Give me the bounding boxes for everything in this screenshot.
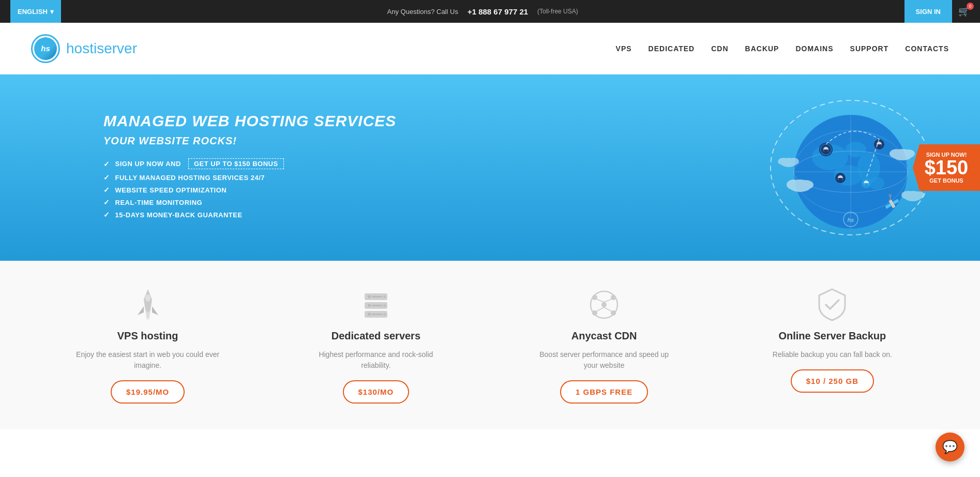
cdn-title: Anycast CDN — [571, 330, 637, 342]
svg-marker-45 — [152, 306, 158, 315]
svg-marker-44 — [138, 306, 144, 315]
svg-point-61 — [601, 302, 607, 307]
svg-line-69 — [604, 307, 612, 311]
signup-ribbon[interactable]: SIGN UP NOW! $150 GET BONUS — [913, 144, 980, 191]
services-section: VPS hosting Enjoy the easiest start in w… — [0, 261, 980, 429]
lang-label: ENGLISH — [18, 8, 48, 16]
svg-point-47 — [145, 294, 150, 302]
cdn-desc: Boost server performance and speed up yo… — [532, 349, 676, 371]
toll-free-text: (Toll-free USA) — [537, 8, 578, 15]
svg-point-26 — [799, 180, 813, 189]
nav-backup[interactable]: BACKUP — [745, 44, 779, 53]
question-text: Any Questions? Call Us — [387, 8, 458, 16]
cdn-price-button[interactable]: 1 GBPS FREE — [560, 380, 648, 404]
nav-dedicated[interactable]: DEDICATED — [649, 44, 695, 53]
svg-marker-43 — [144, 289, 152, 315]
hero-list-text-3: WEBSITE SPEED OPTIMIZATION — [115, 186, 227, 194]
vps-title: VPS hosting — [117, 330, 178, 342]
hero-list-text-2: FULLY MANAGED HOSTING SERVICES 24/7 — [115, 174, 265, 182]
hero-subtitle: YOUR WEBSITE ROCKS! — [103, 135, 752, 147]
hero-banner: MANAGED WEB HOSTING SERVICES YOUR WEBSIT… — [0, 74, 980, 261]
svg-rect-49 — [368, 295, 371, 298]
logo-colored: server — [97, 40, 137, 56]
logo-plain: hosti — [66, 40, 97, 56]
hero-list-item-1: SIGN UP NOW AND GET UP TO $150 BONUS — [103, 158, 752, 169]
dedicated-title: Dedicated servers — [331, 330, 420, 342]
svg-line-66 — [596, 299, 604, 302]
hero-list-item-3: WEBSITE SPEED OPTIMIZATION — [103, 186, 752, 194]
svg-point-34 — [778, 158, 789, 165]
rocket-icon — [130, 287, 166, 323]
svg-rect-59 — [383, 313, 386, 316]
hero-list-text-1: SIGN UP NOW AND — [115, 160, 181, 168]
top-bar-left: ENGLISH ▾ — [10, 0, 61, 23]
main-nav: VPS DEDICATED CDN BACKUP DOMAINS SUPPORT… — [616, 44, 949, 53]
cart-button[interactable]: 🛒 0 — [958, 6, 970, 17]
hero-list-item-2: FULLY MANAGED HOSTING SERVICES 24/7 — [103, 173, 752, 182]
nav-cdn[interactable]: CDN — [711, 44, 728, 53]
top-bar-right: SIGN IN 🛒 0 — [904, 0, 970, 23]
svg-point-25 — [787, 180, 801, 190]
backup-title: Online Server Backup — [778, 330, 886, 342]
sign-in-button[interactable]: SIGN IN — [904, 0, 952, 23]
cart-badge: 0 — [967, 3, 974, 10]
logo-icon-ring: hs — [31, 34, 60, 63]
svg-point-28 — [889, 149, 903, 158]
svg-rect-53 — [368, 304, 371, 307]
svg-line-67 — [604, 299, 612, 302]
ribbon-price: $150 — [922, 158, 971, 177]
logo[interactable]: hs hostiserver — [31, 34, 137, 63]
nav-domains[interactable]: DOMAINS — [795, 44, 833, 53]
hero-list: SIGN UP NOW AND GET UP TO $150 BONUS FUL… — [103, 158, 752, 219]
logo-initials: hs — [34, 37, 57, 60]
vps-price-button[interactable]: $19.95/MO — [111, 380, 185, 404]
cdn-icon — [586, 287, 622, 323]
hero-list-item-4: REAL-TIME MONITORING — [103, 198, 752, 206]
service-backup: Online Server Backup Reliable backup you… — [760, 287, 904, 393]
svg-rect-58 — [372, 314, 382, 315]
svg-point-31 — [901, 191, 914, 199]
svg-point-29 — [902, 150, 915, 158]
nav-contacts[interactable]: CONTACTS — [905, 44, 949, 53]
dedicated-price-button[interactable]: $130/MO — [343, 380, 410, 404]
nav-vps[interactable]: VPS — [616, 44, 632, 53]
nav-support[interactable]: SUPPORT — [850, 44, 889, 53]
svg-rect-55 — [383, 304, 386, 307]
hero-title: MANAGED WEB HOSTING SERVICES — [103, 112, 752, 130]
vps-desc: Enjoy the easiest start in web you could… — [76, 349, 220, 371]
service-dedicated: Dedicated servers Highest performance an… — [304, 287, 448, 404]
dedicated-desc: Highest performance and rock-solid relia… — [304, 349, 448, 371]
bonus-tag: GET UP TO $150 BONUS — [188, 158, 284, 169]
shield-icon — [814, 287, 850, 323]
svg-line-68 — [596, 307, 604, 311]
hero-list-text-5: 15-DAYS MONEY-BACK GUARANTEE — [115, 211, 243, 219]
svg-point-35 — [789, 158, 799, 165]
hero-content: MANAGED WEB HOSTING SERVICES YOUR WEBSIT… — [103, 112, 752, 223]
svg-text:hs: hs — [848, 217, 854, 223]
svg-rect-57 — [368, 313, 371, 316]
service-vps: VPS hosting Enjoy the easiest start in w… — [76, 287, 220, 404]
top-bar-contact: Any Questions? Call Us +1 888 67 977 21 … — [387, 7, 578, 16]
servers-icon — [358, 287, 394, 323]
language-button[interactable]: ENGLISH ▾ — [10, 0, 61, 23]
top-bar: ENGLISH ▾ Any Questions? Call Us +1 888 … — [0, 0, 980, 23]
hero-list-text-4: REAL-TIME MONITORING — [115, 199, 203, 206]
service-cdn: Anycast CDN Boost server performance and… — [532, 287, 676, 404]
backup-price-button[interactable]: $10 / 250 GB — [791, 369, 874, 393]
globe-svg: hs — [768, 95, 933, 240]
header: hs hostiserver VPS DEDICATED CDN BACKUP … — [0, 23, 980, 74]
lang-arrow: ▾ — [50, 8, 54, 16]
svg-rect-50 — [372, 296, 382, 297]
hero-list-item-5: 15-DAYS MONEY-BACK GUARANTEE — [103, 211, 752, 219]
phone-number: +1 888 67 977 21 — [468, 7, 528, 16]
svg-rect-54 — [372, 305, 382, 306]
logo-text: hostiserver — [66, 40, 137, 57]
svg-rect-51 — [383, 295, 386, 298]
backup-desc: Reliable backup you can fall back on. — [773, 349, 892, 360]
svg-point-32 — [913, 191, 925, 199]
